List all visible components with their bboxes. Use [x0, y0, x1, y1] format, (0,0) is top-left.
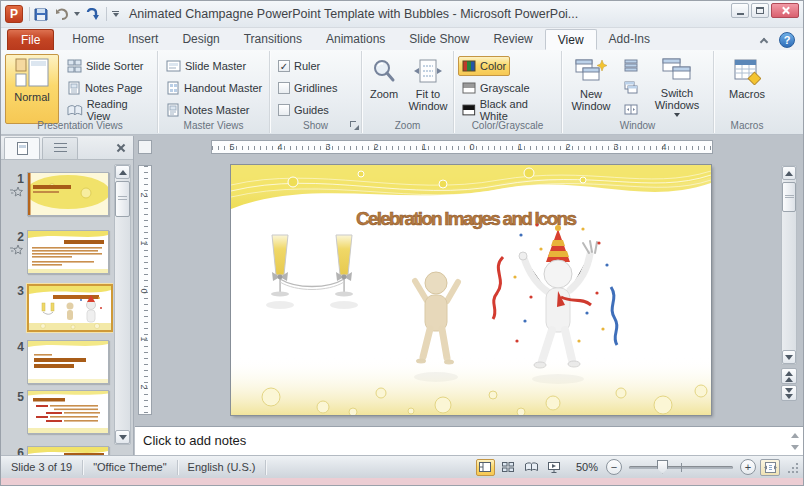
zoom-slider-center-tick: [681, 463, 682, 472]
scrollbar-thumb[interactable]: [782, 182, 796, 212]
normal-view-button[interactable]: Normal: [5, 54, 59, 124]
scroll-up-button[interactable]: [115, 165, 130, 179]
new-window-icon: [575, 58, 607, 85]
scroll-up-button[interactable]: [782, 166, 796, 180]
horizontal-ruler[interactable]: 5 4 3 2 1 0 1 2 3 4: [211, 140, 713, 154]
slide-5-thumbnail[interactable]: [27, 390, 109, 434]
tab-insert[interactable]: Insert: [116, 29, 170, 50]
tab-home[interactable]: Home: [60, 29, 116, 50]
tab-slides-thumbnails[interactable]: [4, 137, 40, 159]
scrollbar-thumb[interactable]: [115, 181, 130, 217]
minimize-ribbon-button[interactable]: [757, 33, 771, 47]
show-dialog-launcher[interactable]: [349, 120, 359, 130]
grayscale-button[interactable]: Grayscale: [458, 78, 534, 98]
vertical-ruler[interactable]: 2 1 0 1 2: [138, 165, 152, 415]
slide-scrollbar[interactable]: [781, 165, 797, 365]
slide-title: Celebration Images and Icons: [356, 208, 578, 229]
status-reading-view-button[interactable]: [522, 459, 541, 476]
reading-view-button[interactable]: Reading View: [63, 100, 157, 120]
undo-button[interactable]: [53, 5, 71, 23]
gridlines-checkbox[interactable]: Gridlines: [274, 78, 341, 98]
customize-qat-button[interactable]: [112, 11, 119, 17]
guides-label: Guides: [294, 104, 329, 116]
ruler-checkbox[interactable]: ✓ Ruler: [274, 56, 324, 76]
handout-master-button[interactable]: Handout Master: [162, 78, 266, 98]
move-split-button[interactable]: [620, 99, 642, 119]
notes-placeholder[interactable]: Click to add notes: [143, 433, 246, 448]
black-and-white-label: Black and White: [480, 98, 557, 122]
color-button[interactable]: Color: [458, 56, 510, 76]
zoom-in-button[interactable]: +: [740, 459, 756, 475]
slide-master-button[interactable]: Slide Master: [162, 56, 250, 76]
color-icon: [462, 60, 476, 72]
scroll-down-button[interactable]: [782, 350, 796, 364]
undo-dropdown-caret[interactable]: [74, 12, 80, 16]
slide-sorter-icon: [502, 462, 514, 472]
slide-3-thumbnail-selected[interactable]: [27, 284, 113, 332]
notes-pane[interactable]: Click to add notes: [135, 426, 803, 455]
scroll-down-button[interactable]: [115, 430, 130, 444]
zoom-slider[interactable]: [629, 466, 733, 469]
tab-file[interactable]: File: [7, 29, 54, 50]
tab-add-ins[interactable]: Add-Ins: [597, 29, 662, 50]
close-panel-button[interactable]: [114, 141, 128, 155]
notes-splitter[interactable]: [135, 418, 803, 426]
close-button[interactable]: [771, 3, 799, 18]
switch-windows-button[interactable]: Switch Windows: [646, 54, 708, 118]
window-resize-grip[interactable]: [786, 461, 799, 474]
panel-scrollbar[interactable]: [114, 164, 131, 445]
powerpoint-app-icon[interactable]: P: [5, 5, 23, 23]
tab-view[interactable]: View: [545, 29, 597, 50]
tab-slide-show[interactable]: Slide Show: [397, 29, 481, 50]
arrange-all-button[interactable]: [620, 55, 642, 75]
notes-scroll-up-button[interactable]: [788, 429, 801, 441]
new-window-button[interactable]: New Window: [565, 54, 617, 113]
minimize-button[interactable]: [731, 3, 749, 18]
zoom-out-button[interactable]: −: [606, 459, 622, 475]
slide-2-thumbnail[interactable]: [27, 230, 109, 274]
notes-page-button[interactable]: Notes Page: [63, 78, 146, 98]
macros-button[interactable]: Macros: [722, 54, 772, 101]
redo-button[interactable]: [83, 5, 101, 23]
undo-icon: [55, 8, 69, 20]
slide-sorter-button[interactable]: Slide Sorter: [63, 56, 147, 76]
save-button[interactable]: [32, 5, 50, 23]
macros-label: Macros: [729, 88, 765, 100]
tab-design[interactable]: Design: [170, 29, 231, 50]
zoom-icon: [371, 58, 397, 85]
slide-counter[interactable]: Slide 3 of 19: [1, 460, 83, 475]
guides-checkbox[interactable]: Guides: [274, 100, 333, 120]
fit-slide-to-window-button[interactable]: [760, 459, 780, 476]
save-icon: [34, 7, 48, 21]
notes-master-button[interactable]: Notes Master: [162, 100, 253, 120]
status-slide-sorter-button[interactable]: [499, 459, 518, 476]
tab-review[interactable]: Review: [481, 29, 544, 50]
fit-to-window-button[interactable]: Fit to Window: [404, 54, 452, 113]
help-button[interactable]: ?: [779, 32, 795, 48]
slide-6-thumbnail[interactable]: [27, 446, 109, 455]
switch-windows-label: Switch Windows: [647, 87, 707, 111]
theme-name[interactable]: "Office Theme": [83, 460, 177, 475]
group-presentation-views: Normal Slide Sorter Notes Page Reading V…: [3, 51, 158, 133]
tab-outline[interactable]: [42, 137, 78, 159]
next-slide-button[interactable]: [781, 385, 797, 401]
slide-canvas[interactable]: Celebration Images and Icons: [231, 165, 711, 415]
maximize-button[interactable]: [751, 3, 769, 18]
cascade-windows-button[interactable]: [620, 77, 642, 97]
slide-thumbnail-row: 6: [7, 446, 109, 455]
black-and-white-button[interactable]: Black and White: [458, 100, 561, 120]
cascade-windows-icon: [624, 81, 638, 94]
previous-slide-button[interactable]: [781, 368, 797, 384]
language-indicator[interactable]: English (U.S.): [178, 460, 267, 475]
tab-animations[interactable]: Animations: [314, 29, 397, 50]
group-show: ✓ Ruler Gridlines Guides Show: [270, 51, 362, 133]
status-slide-show-button[interactable]: [545, 459, 564, 476]
notes-scroll-down-button[interactable]: [788, 441, 801, 453]
zoom-percentage[interactable]: 50%: [576, 461, 598, 473]
zoom-slider-thumb[interactable]: [657, 460, 668, 474]
zoom-button[interactable]: Zoom: [364, 54, 404, 101]
status-normal-view-button[interactable]: [476, 459, 495, 476]
tab-transitions[interactable]: Transitions: [232, 29, 314, 50]
slide-4-thumbnail[interactable]: [27, 340, 109, 384]
slide-1-thumbnail[interactable]: [27, 172, 109, 216]
